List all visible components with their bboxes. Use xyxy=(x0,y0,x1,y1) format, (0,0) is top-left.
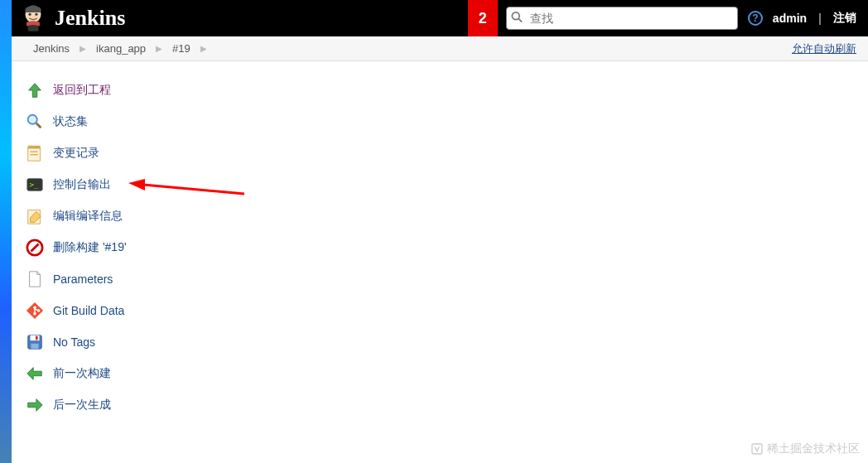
git-icon xyxy=(25,301,45,321)
header: Jenkins 2 ? admin | 注销 xyxy=(12,0,868,36)
edit-info-icon xyxy=(25,206,45,226)
sidebar-item-prev[interactable]: 前一次构建 xyxy=(20,358,277,389)
save-icon xyxy=(25,332,45,352)
sidebar-item-edit-info[interactable]: 编辑编译信息 xyxy=(20,200,277,232)
search-icon xyxy=(511,12,523,26)
sidebar-item-back[interactable]: 返回到工程 xyxy=(20,75,277,106)
user-link[interactable]: admin xyxy=(773,12,807,25)
sidebar-item-label: No Tags xyxy=(53,335,95,349)
sidebar-item-status[interactable]: 状态集 xyxy=(20,106,277,137)
chevron-right-icon: ▶ xyxy=(80,44,86,53)
svg-point-2 xyxy=(28,13,31,16)
sidebar-item-label: 删除构建 '#19' xyxy=(53,240,127,255)
sidebar-item-changes[interactable]: 变更记录 xyxy=(20,137,277,169)
sidebar-item-label: 编辑编译信息 xyxy=(53,209,123,224)
sidebar-item-git[interactable]: Git Build Data xyxy=(20,295,277,326)
right-arrow-icon xyxy=(25,395,45,415)
svg-rect-9 xyxy=(28,146,41,149)
watermark-text: 稀土掘金技术社区 xyxy=(767,441,860,456)
svg-point-3 xyxy=(35,13,37,16)
svg-rect-24 xyxy=(31,344,38,349)
sidebar-item-label: 控制台输出 xyxy=(53,177,111,192)
sidebar-item-label: 后一次生成 xyxy=(53,398,111,412)
svg-rect-23 xyxy=(31,335,40,340)
user-area: admin | 注销 xyxy=(773,11,868,26)
notepad-icon xyxy=(25,143,45,163)
breadcrumb-project[interactable]: ikang_app xyxy=(86,42,156,55)
delete-icon xyxy=(25,238,45,258)
svg-text:>_: >_ xyxy=(30,180,40,189)
search-container xyxy=(506,7,738,30)
sidebar-item-label: Parameters xyxy=(53,272,113,286)
left-edge-decoration xyxy=(0,0,12,463)
sidebar: 返回到工程 状态集 变更记录 >_ 控制台输出 编辑编译信息 删除构建 '#19… xyxy=(12,61,277,421)
breadcrumb-jenkins[interactable]: Jenkins xyxy=(23,42,80,55)
sidebar-item-console[interactable]: >_ 控制台输出 xyxy=(20,169,277,200)
breadcrumb-bar: Jenkins ▶ ikang_app ▶ #19 ▶ 允许自动刷新 xyxy=(12,36,868,61)
help-icon[interactable]: ? xyxy=(748,11,763,26)
sidebar-item-label: Git Build Data xyxy=(53,304,124,317)
auto-refresh-link[interactable]: 允许自动刷新 xyxy=(792,41,856,56)
svg-line-5 xyxy=(518,19,522,22)
sidebar-item-label: 状态集 xyxy=(53,114,88,129)
svg-point-4 xyxy=(512,12,519,20)
watermark: 稀土掘金技术社区 xyxy=(750,441,860,456)
sidebar-item-label: 前一次构建 xyxy=(53,366,111,381)
sidebar-item-parameters[interactable]: Parameters xyxy=(20,263,277,295)
svg-point-6 xyxy=(28,115,37,124)
watermark-icon xyxy=(750,442,764,456)
logo-area[interactable]: Jenkins xyxy=(12,2,125,34)
sidebar-item-next[interactable]: 后一次生成 xyxy=(20,389,277,421)
sidebar-item-label: 返回到工程 xyxy=(53,83,111,98)
up-arrow-icon xyxy=(25,80,45,100)
terminal-icon: >_ xyxy=(25,175,45,195)
svg-line-7 xyxy=(36,123,41,128)
sidebar-item-delete[interactable]: 删除构建 '#19' xyxy=(20,232,277,263)
sidebar-item-label: 变更记录 xyxy=(53,146,99,161)
chevron-right-icon: ▶ xyxy=(200,44,207,53)
chevron-right-icon: ▶ xyxy=(156,44,162,53)
search-input[interactable] xyxy=(506,7,738,30)
magnifier-icon xyxy=(25,112,45,132)
svg-rect-25 xyxy=(36,336,38,340)
document-icon xyxy=(25,269,45,289)
left-arrow-icon xyxy=(25,364,45,383)
jenkins-logo-icon xyxy=(20,2,46,34)
sidebar-item-notags[interactable]: No Tags xyxy=(20,326,277,358)
logout-link[interactable]: 注销 xyxy=(833,11,856,26)
divider: | xyxy=(818,12,822,25)
svg-rect-8 xyxy=(28,147,41,162)
breadcrumb-build[interactable]: #19 xyxy=(162,42,200,55)
notification-badge[interactable]: 2 xyxy=(468,0,498,36)
brand-title: Jenkins xyxy=(55,6,125,31)
svg-rect-28 xyxy=(752,444,762,454)
